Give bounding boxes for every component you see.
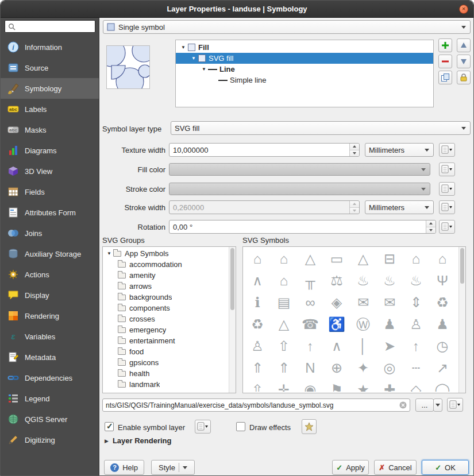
sidebar-item-joins[interactable]: Joins xyxy=(1,223,99,243)
svg-symbol-compass[interactable]: ⊕ xyxy=(323,357,350,379)
sidebar-item-dependencies[interactable]: Dependencies xyxy=(1,367,99,388)
svg-symbol-bed[interactable]: ⊟ xyxy=(376,248,403,270)
draw-effects-checkbox[interactable] xyxy=(236,422,245,431)
svg-symbol-recycling[interactable]: ♻ xyxy=(429,292,456,314)
svg-symbol-elevator[interactable]: ⇕ xyxy=(403,292,429,314)
rotation-override-button[interactable] xyxy=(439,220,455,234)
enable-symbol-layer-checkbox[interactable] xyxy=(105,422,114,431)
sidebar-item-metadata[interactable]: Metadata xyxy=(1,347,99,367)
svg-symbol-survey-tripod[interactable]: △ xyxy=(271,314,297,335)
sidebar-item-variables[interactable]: εVariables xyxy=(1,326,99,347)
ok-button[interactable]: ✓ OK xyxy=(422,460,469,475)
svg-symbol-house[interactable]: ⌂ xyxy=(403,248,429,270)
chevron-down-icon[interactable]: ▼ xyxy=(200,67,208,72)
svg-symbol-family[interactable]: ♟ xyxy=(376,314,403,335)
svg-symbol-circle[interactable]: ◯ xyxy=(429,379,456,392)
spin-down-icon[interactable] xyxy=(350,150,359,157)
spin-up-icon[interactable] xyxy=(426,220,436,227)
svg-symbol-telephone[interactable]: ☎ xyxy=(297,314,323,335)
svg-group-crosses[interactable]: crosses xyxy=(103,314,236,324)
sidebar-item-display[interactable]: Display xyxy=(1,285,99,305)
spin-up-icon[interactable] xyxy=(350,144,359,150)
svg-symbol-clock[interactable]: ◷ xyxy=(429,335,456,357)
svg-symbol-shelter[interactable]: ∧ xyxy=(244,270,271,292)
svg-symbol-waypoint[interactable]: ◉ xyxy=(297,379,323,392)
svg-group-amenity[interactable]: amenity xyxy=(103,270,236,281)
move-down-button[interactable] xyxy=(457,55,471,68)
svg-symbol-flooded-house[interactable]: ⌂ xyxy=(244,248,271,270)
svg-symbol-accessible-toilets[interactable]: ♿ xyxy=(323,314,350,335)
rotation-input[interactable]: 0,00 ° xyxy=(169,220,436,234)
sidebar-item-diagrams[interactable]: Diagrams xyxy=(1,140,99,161)
symbol-tree-item-svg-fill[interactable]: ▼SVG fill xyxy=(176,53,433,64)
svg-symbol-pedestrian[interactable]: ⇧ xyxy=(271,335,297,357)
close-button[interactable]: × xyxy=(459,5,468,14)
chevron-down-icon[interactable]: ▼ xyxy=(105,251,113,256)
sidebar-item-rendering[interactable]: Rendering xyxy=(1,305,99,326)
svg-symbol-flooded[interactable]: ⌂ xyxy=(429,248,456,270)
svg-symbol-target[interactable]: ◎ xyxy=(376,357,403,379)
svg-symbol-north-arrow[interactable]: ⇑ xyxy=(244,357,271,379)
svg-symbol-flag[interactable]: ⚑ xyxy=(323,379,350,392)
svg-symbol-caravan[interactable]: ▭ xyxy=(323,248,350,270)
symbol-tree-item-fill[interactable]: ▼Fill xyxy=(176,42,433,53)
browse-button[interactable]: ... xyxy=(415,398,434,412)
sidebar-item-masks[interactable]: abcMasks xyxy=(1,119,99,140)
svg-symbol-recycling-alt[interactable]: ♻ xyxy=(244,314,271,335)
sidebar-item-attributes-form[interactable]: Attributes Form xyxy=(1,202,99,223)
svg-group-health[interactable]: health xyxy=(103,368,236,379)
svg-symbol-mail[interactable]: ✉ xyxy=(350,292,376,314)
svg-group-gpsicons[interactable]: gpsicons xyxy=(103,357,236,368)
texture-width-unit-combo[interactable]: Millimeters xyxy=(365,143,434,157)
symbol-tree-item-line[interactable]: ▼Line xyxy=(176,64,433,75)
duplicate-symbol-layer-button[interactable] xyxy=(438,71,452,84)
svg-symbol-fire[interactable]: ♨ xyxy=(350,270,376,292)
svg-symbol-handcuffs[interactable]: ∞ xyxy=(297,292,323,314)
svg-groups-scrollbar[interactable] xyxy=(229,247,236,393)
layer-rendering-expander[interactable]: ▶ Layer Rendering xyxy=(105,436,172,445)
svg-symbol-tent[interactable]: △ xyxy=(297,248,323,270)
sidebar-item-3d-view[interactable]: 3D View xyxy=(1,161,99,181)
svg-symbol-north[interactable]: ⇧ xyxy=(244,379,271,392)
symbol-layer-type-combo[interactable]: SVG fill xyxy=(171,121,471,135)
move-up-button[interactable] xyxy=(457,38,471,52)
svg-path-override-button[interactable] xyxy=(447,398,463,412)
sidebar-item-information[interactable]: iInformation xyxy=(1,37,99,57)
spin-down-icon[interactable] xyxy=(426,227,436,234)
lock-colors-button[interactable] xyxy=(457,71,471,84)
texture-width-input[interactable]: 10,000000 xyxy=(169,143,360,157)
svg-symbol-diamond[interactable]: ◇ xyxy=(403,379,429,392)
stroke-width-override-button[interactable] xyxy=(439,200,455,214)
sidebar-item-fields[interactable]: Fields xyxy=(1,181,99,202)
svg-symbol-grain[interactable]: Ψ xyxy=(429,270,456,292)
svg-symbol-wc[interactable]: Ⓦ xyxy=(350,314,376,335)
stroke-color-override-button[interactable] xyxy=(439,182,455,196)
svg-symbol-route-dashed[interactable]: ┄ xyxy=(403,357,429,379)
sidebar-item-source[interactable]: Source xyxy=(1,57,99,78)
svg-symbol-picnic-bench[interactable]: ╥ xyxy=(297,270,323,292)
clear-icon[interactable] xyxy=(399,401,407,409)
svg-symbols-scrollbar[interactable] xyxy=(458,247,465,393)
svg-symbol-scales[interactable]: ⚖ xyxy=(323,270,350,292)
stroke-color-button[interactable] xyxy=(169,183,430,195)
svg-group-entertainment[interactable]: entertainment xyxy=(103,335,236,346)
add-symbol-layer-button[interactable] xyxy=(438,38,452,52)
sidebar-item-legend[interactable]: Legend xyxy=(1,388,99,409)
svg-path-input[interactable]: nts/GIS/QGIS/TrainingManual/exercise_dat… xyxy=(102,398,410,412)
sidebar-item-qgis-server[interactable]: QGIS Server xyxy=(1,409,99,429)
svg-symbol-direction[interactable]: ↑ xyxy=(403,335,429,357)
svg-symbol-information[interactable]: ℹ xyxy=(244,292,271,314)
svg-symbol-guidepost[interactable]: │ xyxy=(350,335,376,357)
svg-symbol-home[interactable]: ⌂ xyxy=(271,270,297,292)
svg-symbol-bed-and-breakfast[interactable]: ⌂ xyxy=(271,248,297,270)
svg-symbol-cross[interactable]: ✚ xyxy=(376,379,403,392)
help-button[interactable]: ? Help xyxy=(104,460,144,475)
svg-symbol-man[interactable]: ♙ xyxy=(403,314,429,335)
chevron-down-icon[interactable]: ▼ xyxy=(179,45,187,50)
svg-group-accommodation[interactable]: accommodation xyxy=(103,259,236,270)
stroke-width-unit-combo[interactable]: Millimeters xyxy=(365,200,434,214)
chevron-down-icon[interactable]: ▼ xyxy=(190,56,198,61)
svg-symbol-police-badge[interactable]: ◈ xyxy=(323,292,350,314)
svg-symbol-no-mail[interactable]: ✉ xyxy=(376,292,403,314)
scrollbar-thumb[interactable] xyxy=(460,248,464,284)
